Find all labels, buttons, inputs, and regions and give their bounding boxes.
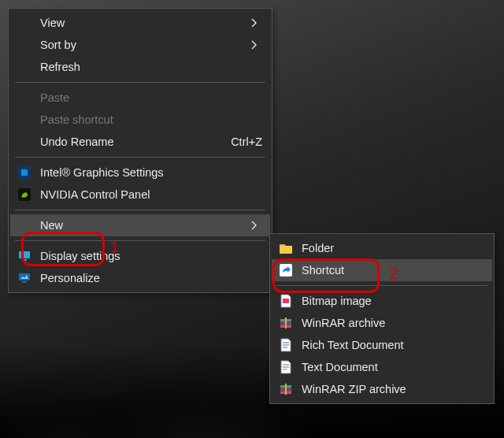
svg-rect-22 <box>285 384 287 395</box>
menu-separator <box>15 157 265 158</box>
menu-separator <box>15 210 265 210</box>
nvidia-icon <box>17 187 32 202</box>
new-submenu: Folder Shortcut Bitmap image WinRAR arch… <box>269 233 495 404</box>
menu-separator <box>15 240 265 241</box>
rtf-icon <box>278 337 294 353</box>
menu-item-new[interactable]: New <box>10 214 270 236</box>
menu-item-nvidia-control-panel[interactable]: NVIDIA Control Panel <box>10 184 270 206</box>
folder-icon <box>278 240 294 256</box>
menu-label: Sort by <box>40 39 251 51</box>
svg-rect-12 <box>285 317 287 328</box>
menu-item-paste: Paste <box>10 87 270 109</box>
bitmap-icon <box>278 293 294 309</box>
shortcut-icon <box>278 262 294 278</box>
menu-item-display-settings[interactable]: Display settings <box>10 245 270 267</box>
winrar-zip-icon <box>278 381 294 397</box>
svg-rect-1 <box>21 169 28 176</box>
menu-hotkey: Ctrl+Z <box>231 135 262 148</box>
svg-rect-8 <box>283 299 289 303</box>
submenu-item-winrar-zip[interactable]: WinRAR ZIP archive <box>272 378 492 400</box>
menu-item-paste-shortcut: Paste shortcut <box>10 109 270 131</box>
svg-rect-6 <box>22 281 27 283</box>
menu-separator <box>276 285 487 286</box>
menu-label: View <box>40 17 251 29</box>
menu-label: Rich Text Document <box>302 339 484 351</box>
winrar-icon <box>278 315 294 331</box>
submenu-item-bitmap[interactable]: Bitmap image <box>272 290 492 312</box>
menu-item-undo-rename[interactable]: Undo Rename Ctrl+Z <box>10 131 270 153</box>
desktop-context-menu: View Sort by Refresh Paste Paste shortcu… <box>8 8 272 293</box>
txt-icon <box>278 359 294 375</box>
menu-label: Paste <box>40 91 262 104</box>
menu-label: Paste shortcut <box>40 113 262 126</box>
menu-item-view[interactable]: View <box>10 12 270 34</box>
intel-icon <box>17 165 32 180</box>
svg-rect-5 <box>19 273 30 280</box>
personalize-icon <box>17 270 32 286</box>
menu-label: Text Document <box>302 361 484 373</box>
chevron-right-icon <box>251 18 262 28</box>
menu-label: Personalize <box>40 272 262 284</box>
menu-label: Bitmap image <box>302 295 484 307</box>
menu-separator <box>15 82 265 83</box>
chevron-right-icon <box>251 40 262 50</box>
submenu-item-rtf[interactable]: Rich Text Document <box>272 334 492 356</box>
submenu-item-winrar[interactable]: WinRAR archive <box>272 312 492 334</box>
svg-rect-3 <box>19 251 30 258</box>
svg-rect-4 <box>22 259 27 261</box>
menu-label: WinRAR ZIP archive <box>302 383 484 395</box>
display-icon <box>17 248 32 264</box>
menu-item-intel-graphics[interactable]: Intel® Graphics Settings <box>10 161 270 184</box>
menu-label: WinRAR archive <box>302 317 484 329</box>
menu-item-personalize[interactable]: Personalize <box>10 267 270 289</box>
menu-label: Refresh <box>40 61 262 73</box>
menu-label: New <box>40 219 251 232</box>
menu-item-refresh[interactable]: Refresh <box>10 56 270 78</box>
menu-item-sort-by[interactable]: Sort by <box>10 34 270 56</box>
menu-label: Folder <box>302 242 484 254</box>
menu-label: Intel® Graphics Settings <box>40 166 262 179</box>
menu-label: Display settings <box>40 250 262 262</box>
submenu-item-shortcut[interactable]: Shortcut <box>272 259 492 281</box>
chevron-right-icon <box>251 221 262 230</box>
menu-label: Shortcut <box>302 264 484 277</box>
menu-label: NVIDIA Control Panel <box>40 188 262 201</box>
submenu-item-txt[interactable]: Text Document <box>272 356 492 378</box>
menu-label: Undo Rename <box>40 135 231 148</box>
submenu-item-folder[interactable]: Folder <box>272 237 492 259</box>
